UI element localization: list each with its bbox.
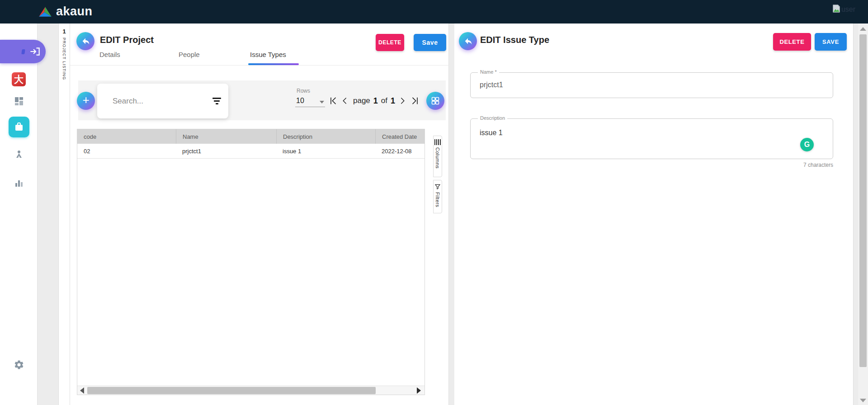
sidebar-item-dashboard[interactable] [0,96,38,107]
strip-label: PROJECT LISTING [62,38,66,80]
sidebar-item-analytics[interactable] [0,178,38,188]
total-pages-number: 1 [391,96,395,106]
scrollbar-thumb[interactable] [859,34,867,367]
horizontal-scrollbar[interactable] [77,386,425,395]
grid-view-button[interactable] [426,92,444,110]
top-navbar: akaun user [0,0,868,24]
first-page-button[interactable] [329,96,338,106]
column-header-code[interactable]: code [77,129,176,144]
login-icon [29,46,41,57]
name-field[interactable]: Name * prjctct1 [470,72,833,98]
back-arrow-icon [463,36,473,46]
active-tile [9,117,29,137]
issue-types-table: code Name Description Created Date 02 pr… [77,129,425,395]
grip-icon [434,139,441,145]
filter-icon[interactable] [212,98,221,104]
prev-page-button[interactable] [341,96,350,106]
rows-label: Rows [297,88,310,94]
name-field-value[interactable]: prjctct1 [480,81,503,89]
delete-button[interactable]: DELETE [376,34,404,51]
scroll-down-arrow-icon[interactable] [860,399,866,402]
column-header-created-date[interactable]: Created Date [375,129,425,144]
description-field-value[interactable]: issue 1 [480,129,503,137]
tab-people[interactable]: People [179,51,200,58]
bar-chart-icon [14,178,24,188]
filters-side-tab[interactable]: Filters [433,180,442,213]
user-alt-text: user [841,5,855,14]
scroll-right-arrow-icon[interactable] [417,387,421,394]
cell-name: prjctct1 [176,144,276,158]
gear-icon [14,359,24,370]
save-button[interactable]: SAVE [815,33,847,51]
chevron-down-icon [320,101,324,104]
sidebar-item-login[interactable] [0,40,46,63]
of-word: of [381,96,387,105]
sidebar-item-commerce[interactable] [0,117,38,137]
edit-issue-type-panel: EDIT Issue Type DELETE SAVE Name * prjct… [454,24,854,405]
next-page-button[interactable] [398,96,407,106]
breadcrumb-strip[interactable]: 1 PROJECT LISTING [58,24,70,405]
brand-logo: akaun [38,5,93,19]
scroll-up-arrow-icon[interactable] [860,27,866,31]
description-field[interactable]: Description issue 1 G [470,118,833,159]
sidebar-item-pdf-app[interactable]: 大 [0,72,38,86]
pagination: page 1 of 1 [329,96,420,106]
strip-number: 1 [62,28,66,35]
tab-issue-types[interactable]: Issue Types [250,51,286,58]
search-card [97,84,228,118]
person-share-icon [14,149,24,160]
table-header-row: code Name Description Created Date [77,129,425,144]
plus-icon: + [82,93,89,107]
active-tab-underline [248,63,299,65]
grammarly-icon[interactable]: G [800,138,814,151]
dashboard-icon [14,96,24,107]
sidebar-item-integration[interactable] [0,149,38,160]
briefcase-icon [14,122,24,132]
tabs-divider [70,65,449,66]
rows-value: 10 [296,97,304,105]
last-page-button[interactable] [410,96,420,106]
page-title: EDIT Project [100,35,154,45]
back-button[interactable] [76,32,94,50]
columns-tab-label: Columns [435,147,440,169]
column-header-description[interactable]: Description [276,129,375,144]
akaun-triangle-icon [38,6,52,18]
name-field-label: Name * [478,69,499,75]
save-button[interactable]: Save [414,34,446,51]
table-row[interactable]: 02 prjctct1 issue 1 2022-12-08 [77,144,425,159]
rows-per-page-select[interactable]: 10 [295,97,325,107]
broken-image-icon [831,4,841,14]
filters-tab-label: Filters [435,192,440,207]
add-issue-type-button[interactable]: + [77,92,95,110]
columns-side-tab[interactable]: Columns [433,136,442,177]
column-header-name[interactable]: Name [176,129,276,144]
delete-button[interactable]: DELETE [773,33,811,51]
horizontal-scrollbar-thumb[interactable] [87,387,376,394]
back-button[interactable] [459,32,477,50]
page-word: page [353,96,370,105]
search-input[interactable] [113,97,212,106]
cell-description: issue 1 [276,144,375,158]
cell-created-date: 2022-12-08 [375,144,425,158]
edit-project-panel: EDIT Project DELETE Save Details People … [70,24,449,405]
user-avatar[interactable]: user [831,4,855,14]
pdf-app-icon: 大 [12,72,26,86]
cell-code: 02 [77,144,176,158]
funnel-icon [434,184,441,190]
grid-icon [431,96,440,105]
back-arrow-icon [80,36,90,46]
description-field-label: Description [478,115,507,121]
window-scrollbar[interactable] [858,24,868,405]
mini-avatar-dot [21,49,25,54]
sidebar-item-settings[interactable] [0,359,38,370]
tab-details[interactable]: Details [99,51,120,58]
current-page-number: 1 [373,96,378,106]
page-title: EDIT Issue Type [480,35,549,45]
brand-name: akaun [56,5,93,19]
scroll-left-arrow-icon[interactable] [80,387,84,394]
character-counter: 7 characters [470,162,833,168]
